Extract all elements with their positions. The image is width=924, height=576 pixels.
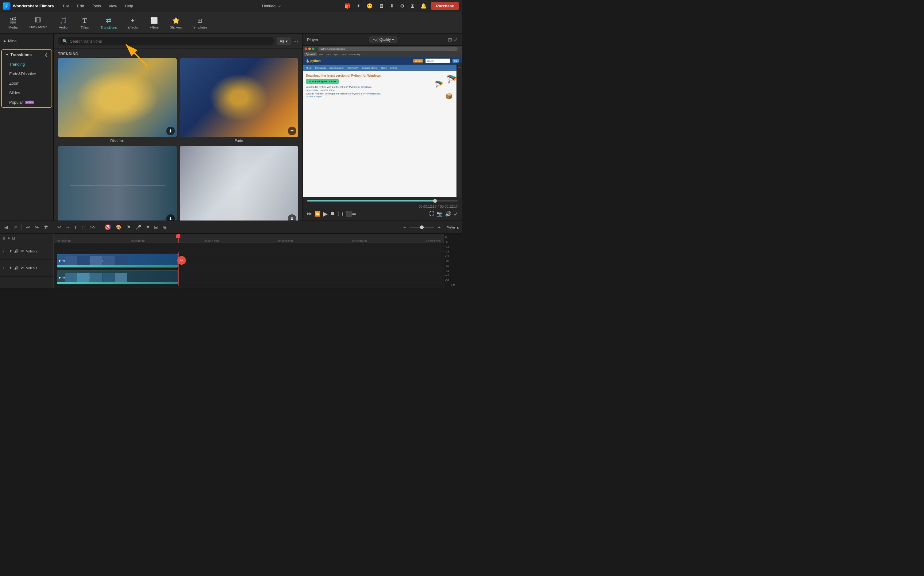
sidebar-item-slides[interactable]: Slides: [2, 88, 51, 98]
nav-titles[interactable]: T Titles: [75, 14, 95, 32]
tl-add-clip-button[interactable]: ⊕: [161, 223, 169, 231]
tl-delete-button[interactable]: 🗑: [42, 223, 50, 231]
sidebar-item-trending[interactable]: Trending: [2, 59, 51, 69]
nav-effects[interactable]: ✦ Effects: [123, 14, 143, 32]
bracket-open-button[interactable]: {: [338, 211, 339, 216]
sidebar-item-fade-dissolve[interactable]: Fade&Dissolve: [2, 69, 51, 78]
nav-filters[interactable]: ⬜ Filters: [144, 14, 164, 32]
step-back-button[interactable]: ⏮: [307, 211, 312, 216]
sidebar-item-zoom[interactable]: Zoom: [2, 78, 51, 88]
ruler-time-1: 00:00:09:00: [131, 240, 146, 243]
tl-select-button[interactable]: ↗: [11, 223, 19, 231]
gift-icon[interactable]: 🎁: [343, 2, 352, 10]
tl-redo-button[interactable]: ↪: [33, 223, 41, 231]
settings-icon[interactable]: ⚙: [398, 2, 406, 10]
more-options-button[interactable]: ⋯: [293, 38, 298, 44]
download-4-button[interactable]: ⬇: [288, 214, 296, 221]
download-icon[interactable]: ⬇: [388, 2, 396, 10]
quality-selector[interactable]: Full Quality ▾: [369, 36, 397, 43]
audio-icon: 🎵: [59, 17, 67, 24]
tl-separator-2: [53, 224, 53, 230]
tl-audio-button[interactable]: ~: [64, 223, 71, 231]
chevron-down-icon: ▾: [392, 37, 394, 42]
nav-stock-media[interactable]: 🎞 Stock Media: [24, 14, 52, 31]
snapshot-button[interactable]: 📷: [437, 211, 443, 217]
zoom-in-button[interactable]: +: [436, 223, 442, 231]
fullscreen-player-button[interactable]: ⛶: [429, 211, 434, 216]
add-clip-button[interactable]: 🎞: [12, 237, 15, 240]
grid-view-icon[interactable]: ⊞: [448, 37, 452, 43]
menu-tools[interactable]: Tools: [89, 2, 104, 10]
tl-cut-button[interactable]: ✂: [56, 223, 63, 231]
search-input[interactable]: [70, 39, 270, 43]
vu-6: -6: [445, 240, 461, 243]
sidebar-item-popular[interactable]: Popular NEW: [2, 98, 51, 107]
player-preview: python.org/downloads/ Python ✕ PSF Docs …: [303, 46, 462, 197]
tl-text-button[interactable]: T: [72, 223, 78, 231]
add-track-button[interactable]: ⊕: [2, 236, 5, 240]
menu-view[interactable]: View: [106, 2, 120, 10]
volume-button[interactable]: 🔊: [445, 211, 451, 217]
notification-icon[interactable]: 🔔: [419, 2, 429, 10]
upload-icon[interactable]: ⬆: [9, 249, 12, 253]
zoom-thumb[interactable]: [420, 226, 424, 229]
add-fade-button[interactable]: +: [288, 127, 296, 135]
tl-undo-button[interactable]: ↩: [24, 223, 32, 231]
layout-icon[interactable]: ⊞: [408, 2, 416, 10]
quality-label: Full Quality: [372, 37, 391, 42]
nav-media[interactable]: 🎬 Media: [3, 14, 23, 32]
nav-audio[interactable]: 🎵 Audio: [53, 14, 73, 32]
video-clip-1[interactable]: ▶ VID_20241010_063504_Screen Recorder: [57, 270, 178, 284]
export-button[interactable]: ⬛⬅: [346, 211, 356, 217]
python-download-btn[interactable]: Download Python 3.13.0: [306, 79, 339, 84]
time-display: 00:00:12:17 / 00:00:12:17: [307, 205, 458, 208]
visibility-1-icon[interactable]: 👁: [21, 266, 24, 270]
volume-2-icon[interactable]: 🔊: [14, 249, 19, 253]
upload-1-icon[interactable]: ⬆: [9, 266, 12, 270]
more-player-button[interactable]: ⤢: [454, 211, 458, 217]
bracket-close-button[interactable]: }: [341, 211, 343, 216]
filter-dropdown[interactable]: All ▾: [277, 37, 291, 45]
sidebar-transitions-header[interactable]: ▼ Transitions ❮: [2, 50, 51, 59]
tl-scenes-button[interactable]: ⊞: [2, 223, 10, 231]
transition-card-dissolve[interactable]: ⬇: [58, 58, 177, 137]
download-dissolve-button[interactable]: ⬇: [166, 127, 175, 135]
zoom-out-button[interactable]: −: [401, 223, 408, 231]
app-logo: F Wondershare Filmora: [3, 2, 54, 10]
transition-card-3[interactable]: ⬇: [58, 146, 177, 221]
progress-bar[interactable]: [307, 200, 458, 202]
tl-crop-button[interactable]: ◻: [80, 223, 87, 231]
play-button[interactable]: ▶: [323, 210, 328, 218]
nav-transitions[interactable]: ⇄ Transitions: [96, 14, 121, 32]
tl-more-button[interactable]: >>: [88, 223, 98, 231]
menu-help[interactable]: Help: [122, 2, 136, 10]
progress-thumb[interactable]: [433, 199, 437, 203]
prev-frame-button[interactable]: ⏪: [314, 211, 320, 217]
sidebar-mine-header[interactable]: ▶ Mine: [0, 36, 53, 46]
share-icon[interactable]: ✈: [355, 2, 362, 10]
emoji-icon[interactable]: 😊: [365, 2, 375, 10]
nav-stickers[interactable]: ⭐ Stickers: [166, 14, 186, 32]
sidebar-collapse-btn[interactable]: ❮: [45, 53, 48, 57]
tl-split-button[interactable]: ⊟: [152, 223, 160, 231]
video-clip-2[interactable]: ▶ VID_20241010_063504_Camera: [57, 254, 178, 267]
tl-markers-button[interactable]: ⚑: [125, 223, 133, 231]
download-3-button[interactable]: ⬇: [166, 214, 175, 221]
purchase-button[interactable]: Purchase: [431, 2, 459, 10]
tl-speed-button[interactable]: 🎯: [102, 223, 113, 232]
visibility-2-icon[interactable]: 👁: [21, 249, 24, 253]
tl-color-button[interactable]: 🎨: [114, 223, 123, 231]
menu-edit[interactable]: Edit: [74, 2, 87, 10]
tl-voice-button[interactable]: 🎤: [134, 223, 143, 231]
zoom-slider[interactable]: [410, 227, 434, 228]
menu-file[interactable]: File: [60, 2, 72, 10]
tl-auto-button[interactable]: ≡: [144, 223, 151, 231]
volume-1-icon[interactable]: 🔊: [14, 266, 19, 270]
add-track-label[interactable]: ⚑: [7, 237, 10, 240]
stop-button[interactable]: ⏹: [330, 211, 335, 216]
fullscreen-icon[interactable]: ⤢: [454, 37, 458, 43]
desktop-icon[interactable]: 🖥: [377, 2, 386, 10]
nav-templates[interactable]: ⊞ Templates: [188, 14, 212, 32]
transition-card-4[interactable]: ⬇: [180, 146, 298, 221]
transition-card-fade[interactable]: +: [180, 58, 298, 137]
